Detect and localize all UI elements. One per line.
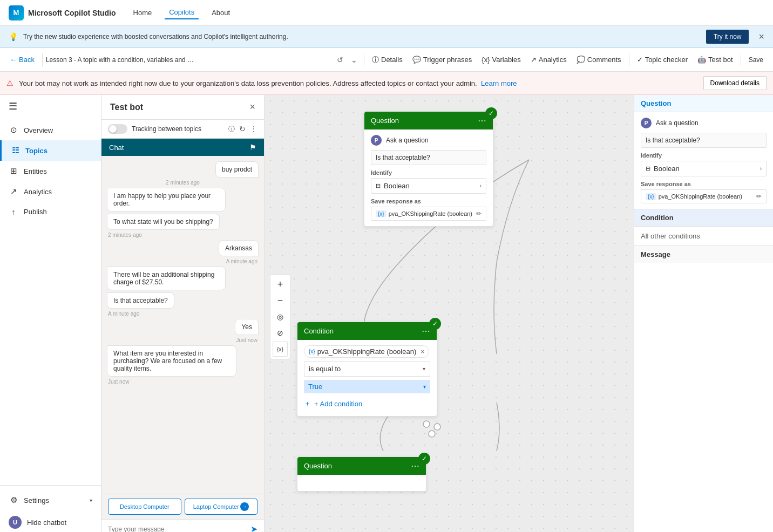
- question-node-bottom-success-badge: ✓: [418, 453, 430, 465]
- question-node-bottom-header: Question ⋯: [297, 457, 426, 475]
- details-button[interactable]: ⓘ Details: [368, 53, 407, 67]
- chat-flag-icon: ⚑: [249, 143, 256, 152]
- tracking-info-icon[interactable]: ⓘ: [228, 125, 235, 134]
- nav-about[interactable]: About: [207, 6, 234, 19]
- tracking-label: Tracking between topics: [132, 125, 224, 133]
- toolbar-divider: [42, 53, 43, 66]
- topic-checker-button[interactable]: ✓ Topic checker: [633, 53, 692, 66]
- cond-var-badge: {x}: [309, 349, 315, 354]
- back-button[interactable]: ← Back: [5, 53, 39, 66]
- redo-button[interactable]: ⌄: [348, 53, 361, 66]
- analytics-button[interactable]: ↗ Analytics: [526, 53, 571, 66]
- right-panel: Question P Ask a question Is that accept…: [634, 95, 773, 532]
- msg-time-2: 2 minutes ago: [107, 232, 259, 238]
- tracking-refresh-button[interactable]: ↻: [239, 125, 246, 133]
- condition-node-success-badge: ✓: [429, 318, 441, 330]
- cond-remove-icon[interactable]: ×: [421, 348, 424, 356]
- sidebar-hide-chatbot[interactable]: U Hide chatbot: [0, 510, 101, 532]
- trigger-phrases-button[interactable]: 💬 Trigger phrases: [408, 53, 477, 66]
- publish-icon: ↑: [9, 207, 18, 216]
- fit-screen-button[interactable]: ◎: [273, 309, 288, 324]
- sidebar-item-topics[interactable]: ☷ Topics: [0, 140, 101, 161]
- toolbar-divider4: [741, 53, 741, 66]
- nav-home[interactable]: Home: [129, 6, 157, 19]
- variables-button[interactable]: {x} Variables: [477, 53, 525, 66]
- banner-icon: 💡: [9, 32, 18, 41]
- right-identify-value[interactable]: ⊟ Boolean ›: [641, 161, 767, 176]
- msg-time-6: Just now: [107, 379, 259, 385]
- send-button[interactable]: ➤: [250, 524, 257, 532]
- variables-zoom-btn[interactable]: {x}: [273, 342, 288, 357]
- cond-var-tag: {x} pva_OKShippingRate (boolean) ×: [304, 345, 429, 358]
- avatar: U: [9, 516, 22, 529]
- ask-label: Ask a question: [386, 137, 429, 144]
- toggle-thumb: [109, 125, 117, 133]
- undo-button[interactable]: ↺: [334, 53, 347, 66]
- toolbar-divider3: [629, 53, 629, 66]
- trigger-icon: 💬: [412, 56, 421, 64]
- main-layout: ☰ ⊙ Overview ☷ Topics ⊞ Entities ↗ Analy…: [0, 95, 773, 532]
- save-var-box: {x} pva_OKShippingRate (boolean) ✏: [371, 207, 486, 221]
- choice-desktop[interactable]: Desktop Computer: [108, 499, 181, 515]
- zoom-in-button[interactable]: +: [273, 277, 288, 292]
- chat-tab-label: Chat: [109, 144, 124, 152]
- svg-point-1: [434, 424, 440, 430]
- banner-close-icon[interactable]: ×: [758, 31, 764, 43]
- right-var-badge: {x}: [646, 193, 656, 200]
- sidebar-item-analytics[interactable]: ↗ Analytics: [0, 181, 101, 202]
- sidebar-item-publish[interactable]: ↑ Publish: [0, 202, 101, 222]
- right-identify-label: Identify: [641, 152, 767, 159]
- download-details-button[interactable]: Download details: [703, 76, 767, 90]
- zoom-controls: + − ◎ ⊘ {x}: [270, 274, 290, 359]
- identify-value[interactable]: ⊟ Boolean ›: [371, 178, 486, 194]
- sidebar-item-settings[interactable]: ⚙ Settings ▾: [0, 490, 101, 510]
- learn-more-link[interactable]: Learn more: [481, 79, 517, 87]
- toolbar: ← Back Lesson 3 - A topic with a conditi…: [0, 48, 773, 72]
- question-node-more-icon[interactable]: ⋯: [478, 115, 486, 126]
- right-edit-icon[interactable]: ✏: [756, 193, 762, 200]
- svg-point-2: [429, 431, 435, 437]
- msg-items: What item are you interested in purchasi…: [107, 345, 236, 377]
- choice-laptop[interactable]: Laptop Computer →: [185, 499, 258, 515]
- right-condition-body: All other conditions: [634, 227, 773, 245]
- sidebar: ☰ ⊙ Overview ☷ Topics ⊞ Entities ↗ Analy…: [0, 95, 101, 532]
- ask-row: P Ask a question: [371, 135, 486, 146]
- zoom-out-button[interactable]: −: [273, 293, 288, 308]
- edit-icon[interactable]: ✏: [476, 210, 482, 217]
- undo-redo: ↺ ⌄: [334, 53, 361, 66]
- right-save-label: Save response as: [641, 181, 767, 187]
- app-title: Microsoft Copilot Studio: [28, 9, 116, 17]
- msg-time-3: A minute ago: [107, 258, 259, 264]
- warning-icon: ⚠: [6, 79, 13, 87]
- tracking-toggle[interactable]: [108, 124, 127, 134]
- condition-node-body: {x} pva_OKShippingRate (boolean) × is eq…: [297, 340, 437, 416]
- logo-area: M Microsoft Copilot Studio: [9, 5, 116, 21]
- condition-node-more-icon[interactable]: ⋯: [422, 326, 430, 336]
- chat-input[interactable]: [108, 526, 246, 533]
- tracking-more-button[interactable]: ⋮: [250, 125, 257, 133]
- question-node-body: P Ask a question Is that acceptable? Ide…: [364, 129, 493, 226]
- chat-close-button[interactable]: ×: [249, 101, 255, 113]
- question-bottom-more-icon[interactable]: ⋯: [411, 461, 419, 471]
- sidebar-item-entities[interactable]: ⊞ Entities: [0, 161, 101, 181]
- save-button[interactable]: Save: [744, 54, 768, 66]
- chat-tab[interactable]: Chat ⚑: [101, 139, 264, 156]
- warning-text: Your bot may not work as intended right …: [19, 79, 698, 87]
- comments-button[interactable]: 💭 Comments: [572, 53, 626, 66]
- sidebar-hamburger[interactable]: ☰: [0, 95, 101, 118]
- breadcrumb: Lesson 3 - A topic with a condition, var…: [46, 56, 197, 64]
- nav-copilots[interactable]: Copilots: [165, 6, 199, 19]
- test-bot-button[interactable]: 🤖 Test bot: [693, 53, 737, 66]
- right-question-text: Is that acceptable?: [641, 133, 767, 148]
- banner-text: Try the new studio experience with boost…: [23, 33, 701, 40]
- question-node-bottom: Question ⋯ ✓: [297, 456, 426, 492]
- cond-value[interactable]: True ▾: [304, 380, 430, 393]
- settings-expand-icon: ▾: [90, 497, 92, 503]
- msg-happy: I am happy to help you place your order.: [107, 188, 226, 212]
- add-condition-row[interactable]: ＋ + Add condition: [304, 397, 430, 411]
- cond-operator[interactable]: is equal to ▾: [304, 361, 430, 377]
- try-it-now-button[interactable]: Try it now: [706, 30, 749, 44]
- details-icon: ⓘ: [372, 55, 379, 65]
- sidebar-item-overview[interactable]: ⊙ Overview: [0, 120, 101, 140]
- reset-button[interactable]: ⊘: [273, 325, 288, 340]
